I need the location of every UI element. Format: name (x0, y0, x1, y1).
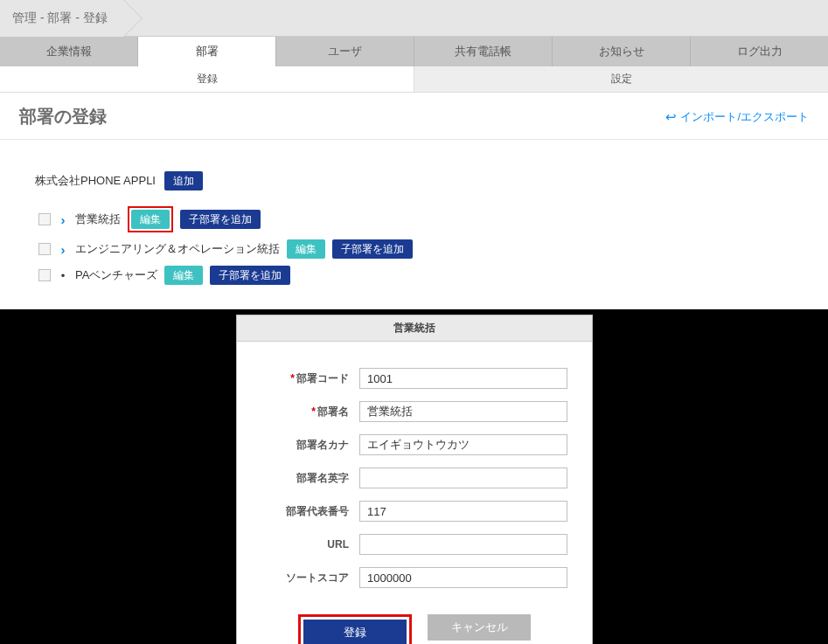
dialog-actions: 登録 キャンセル (237, 614, 592, 644)
breadcrumb-bar: 管理 - 部署 - 登録 (0, 0, 828, 37)
department-name: エンジニアリング＆オペレーション統括 (75, 241, 280, 257)
deptKana-input[interactable] (359, 434, 567, 455)
company-name: 株式会社PHONE APPLI (35, 173, 156, 189)
form-label: 部署名カナ (246, 438, 359, 453)
breadcrumb: 管理 - 部署 - 登録 (0, 0, 124, 37)
main-tabs: 企業情報部署ユーザ共有電話帳お知らせログ出力 (0, 37, 828, 66)
department-row: ›エンジニアリング＆オペレーション統括編集子部署を追加 (35, 236, 793, 262)
form-row-deptName: *部署名 (246, 401, 567, 422)
department-name: 営業統括 (75, 211, 121, 227)
form-row-url: URL (246, 534, 567, 555)
department-tree: 株式会社PHONE APPLI 追加 ›営業統括編集子部署を追加›エンジニアリン… (0, 140, 828, 309)
company-row: 株式会社PHONE APPLI 追加 (35, 171, 793, 190)
cancel-button[interactable]: キャンセル (428, 614, 531, 641)
form-label-text: URL (327, 538, 349, 551)
main-tab-1[interactable]: 部署 (138, 37, 276, 66)
dept-checkbox[interactable] (38, 213, 51, 225)
edit-button[interactable]: 編集 (287, 239, 325, 259)
deptName-input[interactable] (359, 401, 567, 422)
breadcrumb-text: 管理 - 部署 - 登録 (12, 10, 108, 26)
add-child-button[interactable]: 子部署を追加 (210, 266, 290, 285)
form-label: *部署名 (246, 405, 359, 419)
form-label: 部署代表番号 (246, 504, 359, 519)
expand-icon[interactable]: › (58, 242, 68, 257)
bullet-icon: • (58, 269, 68, 282)
main-tab-5[interactable]: ログ出力 (691, 37, 828, 66)
form-label: ソートスコア (246, 571, 359, 585)
submit-button[interactable]: 登録 (303, 620, 407, 644)
page-title: 部署の登録 (19, 105, 107, 128)
edit-department-dialog: 営業統括 *部署コード*部署名部署名カナ部署名英字部署代表番号URLソートスコア… (236, 315, 593, 644)
dialog-title: 営業統括 (237, 315, 592, 342)
sortScore-input[interactable] (359, 567, 567, 588)
dialog-body: *部署コード*部署名部署名カナ部署名英字部署代表番号URLソートスコア (237, 342, 592, 614)
form-row-deptCode: *部署コード (246, 368, 567, 389)
required-mark: * (290, 372, 295, 384)
add-company-button[interactable]: 追加 (164, 171, 203, 190)
form-label: 部署名英字 (246, 471, 359, 486)
form-label: URL (246, 538, 359, 551)
url-input[interactable] (359, 534, 567, 555)
department-row: •PAベンチャーズ編集子部署を追加 (35, 262, 793, 288)
department-name: PAベンチャーズ (75, 267, 157, 283)
sub-tab-1[interactable]: 設定 (414, 66, 828, 92)
edit-button[interactable]: 編集 (131, 210, 170, 229)
import-export-link[interactable]: ↩ インポート/エクスポート (665, 109, 809, 125)
dept-checkbox[interactable] (38, 243, 51, 255)
form-row-sortScore: ソートスコア (246, 567, 567, 588)
main-tab-0[interactable]: 企業情報 (0, 37, 138, 66)
submit-highlight: 登録 (298, 614, 412, 644)
form-label-text: ソートスコア (286, 571, 349, 584)
sub-tabs: 登録設定 (0, 66, 828, 93)
edit-highlight: 編集 (128, 206, 173, 232)
form-label-text: 部署コード (296, 372, 349, 384)
main-tab-2[interactable]: ユーザ (276, 37, 414, 66)
deptTel-input[interactable] (359, 501, 567, 522)
import-export-label: インポート/エクスポート (680, 109, 809, 125)
form-label-text: 部署名英字 (296, 472, 349, 484)
sub-tab-0[interactable]: 登録 (0, 66, 414, 92)
deptEn-input[interactable] (359, 467, 567, 488)
edit-button[interactable]: 編集 (164, 266, 203, 285)
deptCode-input[interactable] (359, 368, 567, 389)
main-tab-4[interactable]: お知らせ (553, 37, 691, 66)
dept-checkbox[interactable] (38, 269, 51, 281)
form-label-text: 部署代表番号 (286, 505, 349, 517)
main-tab-3[interactable]: 共有電話帳 (414, 37, 553, 66)
department-row: ›営業統括編集子部署を追加 (35, 203, 793, 236)
form-label-text: 部署名カナ (296, 439, 349, 451)
page-header: 部署の登録 ↩ インポート/エクスポート (0, 93, 828, 140)
form-row-deptEn: 部署名英字 (246, 467, 567, 488)
add-child-button[interactable]: 子部署を追加 (180, 210, 261, 229)
expand-icon[interactable]: › (58, 212, 68, 227)
form-label-text: 部署名 (317, 405, 349, 418)
add-child-button[interactable]: 子部署を追加 (332, 239, 413, 259)
form-row-deptKana: 部署名カナ (246, 434, 567, 455)
form-row-deptTel: 部署代表番号 (246, 501, 567, 522)
required-mark: * (311, 405, 316, 418)
form-label: *部署コード (246, 371, 359, 386)
reply-icon: ↩ (665, 109, 677, 125)
